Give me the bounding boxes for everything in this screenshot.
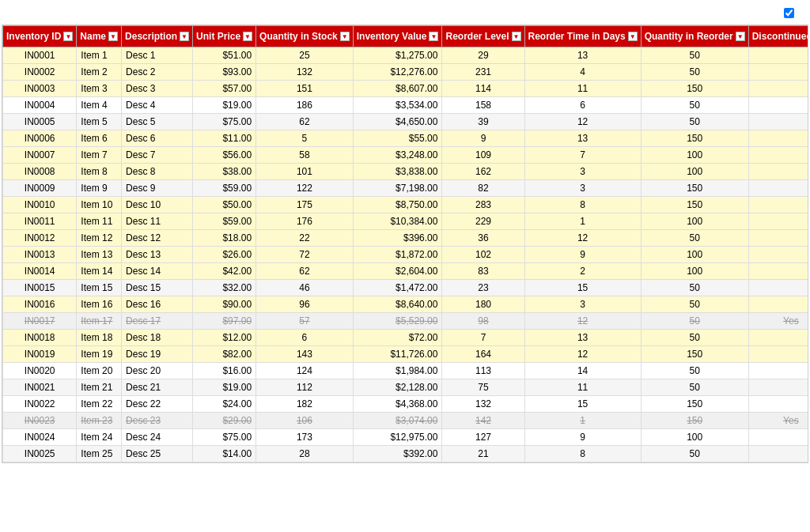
cell-unit_price: $59.00 bbox=[193, 180, 256, 197]
dropdown-arrow-unit_price[interactable]: ▼ bbox=[243, 32, 252, 41]
cell-discontinued bbox=[748, 346, 808, 363]
table-row: IN0021Item 21Desc 21$19.00112$2,128.0075… bbox=[3, 379, 809, 396]
table-row: IN0003Item 3Desc 3$57.00151$8,607.001141… bbox=[3, 81, 809, 97]
cell-qty_in_stock: 28 bbox=[256, 446, 354, 462]
cell-qty_in_reorder: 50 bbox=[641, 296, 748, 313]
cell-id: IN0014 bbox=[3, 263, 77, 280]
col-header-description: Description▼ bbox=[122, 26, 193, 47]
cell-reorder_level: 82 bbox=[442, 180, 524, 197]
cell-reorder_level: 113 bbox=[442, 363, 524, 379]
cell-description: Desc 5 bbox=[122, 114, 193, 130]
cell-description: Desc 13 bbox=[122, 247, 193, 263]
cell-description: Desc 12 bbox=[122, 230, 193, 247]
cell-inventory_value: $12,276.00 bbox=[353, 64, 442, 81]
col-header-name: Name▼ bbox=[77, 26, 122, 47]
cell-qty_in_reorder: 50 bbox=[641, 114, 748, 130]
dropdown-arrow-reorder_level[interactable]: ▼ bbox=[512, 32, 521, 41]
cell-name: Item 23 bbox=[77, 413, 122, 429]
cell-name: Item 13 bbox=[77, 247, 122, 263]
cell-name: Item 10 bbox=[77, 197, 122, 213]
table-row: IN0017Item 17Desc 17$97.0057$5,529.00981… bbox=[3, 313, 809, 330]
cell-id: IN0019 bbox=[3, 346, 77, 363]
cell-discontinued bbox=[748, 213, 808, 230]
table-row: IN0005Item 5Desc 5$75.0062$4,650.0039125… bbox=[3, 114, 809, 130]
cell-qty_in_reorder: 50 bbox=[641, 47, 748, 64]
dropdown-arrow-inventory_value[interactable]: ▼ bbox=[429, 32, 438, 41]
cell-id: IN0020 bbox=[3, 363, 77, 379]
table-row: IN0004Item 4Desc 4$19.00186$3,534.001586… bbox=[3, 97, 809, 114]
cell-name: Item 18 bbox=[77, 330, 122, 346]
cell-id: IN0005 bbox=[3, 114, 77, 130]
dropdown-arrow-description[interactable]: ▼ bbox=[180, 32, 189, 41]
cell-reorder_time_days: 8 bbox=[524, 197, 641, 213]
cell-id: IN0004 bbox=[3, 97, 77, 114]
cell-reorder_time_days: 3 bbox=[524, 164, 641, 180]
cell-inventory_value: $2,604.00 bbox=[353, 263, 442, 280]
cell-id: IN0024 bbox=[3, 429, 77, 446]
cell-inventory_value: $11,726.00 bbox=[353, 346, 442, 363]
highlight-checkbox-area[interactable] bbox=[784, 8, 798, 18]
cell-reorder_time_days: 14 bbox=[524, 363, 641, 379]
cell-reorder_level: 283 bbox=[442, 197, 524, 213]
cell-description: Desc 7 bbox=[122, 147, 193, 164]
cell-reorder_time_days: 3 bbox=[524, 296, 641, 313]
cell-id: IN0008 bbox=[3, 164, 77, 180]
cell-qty_in_reorder: 50 bbox=[641, 330, 748, 346]
cell-name: Item 8 bbox=[77, 164, 122, 180]
cell-reorder_level: 21 bbox=[442, 446, 524, 462]
cell-reorder_level: 180 bbox=[442, 296, 524, 313]
cell-reorder_level: 36 bbox=[442, 230, 524, 247]
cell-qty_in_stock: 124 bbox=[256, 363, 354, 379]
cell-inventory_value: $55.00 bbox=[353, 130, 442, 147]
cell-discontinued bbox=[748, 81, 808, 97]
dropdown-arrow-qty_in_reorder[interactable]: ▼ bbox=[736, 32, 745, 41]
highlight-checkbox[interactable] bbox=[784, 8, 794, 18]
table-body: IN0001Item 1Desc 1$51.0025$1,275.0029135… bbox=[3, 47, 809, 462]
cell-reorder_time_days: 12 bbox=[524, 230, 641, 247]
cell-description: Desc 18 bbox=[122, 330, 193, 346]
dropdown-arrow-id[interactable]: ▼ bbox=[63, 32, 73, 41]
cell-reorder_time_days: 12 bbox=[524, 313, 641, 330]
table-row: IN0009Item 9Desc 9$59.00122$7,198.008231… bbox=[3, 180, 809, 197]
cell-qty_in_reorder: 50 bbox=[641, 280, 748, 296]
cell-id: IN0017 bbox=[3, 313, 77, 330]
cell-reorder_level: 231 bbox=[442, 64, 524, 81]
cell-discontinued bbox=[748, 247, 808, 263]
cell-discontinued bbox=[748, 429, 808, 446]
cell-description: Desc 4 bbox=[122, 97, 193, 114]
cell-reorder_time_days: 13 bbox=[524, 47, 641, 64]
cell-reorder_time_days: 6 bbox=[524, 97, 641, 114]
cell-unit_price: $32.00 bbox=[193, 280, 256, 296]
cell-qty_in_reorder: 150 bbox=[641, 180, 748, 197]
cell-discontinued bbox=[748, 114, 808, 130]
cell-inventory_value: $8,640.00 bbox=[353, 296, 442, 313]
table-row: IN0018Item 18Desc 18$12.006$72.0071350 bbox=[3, 330, 809, 346]
cell-description: Desc 16 bbox=[122, 296, 193, 313]
dropdown-arrow-reorder_time_days[interactable]: ▼ bbox=[628, 32, 638, 41]
cell-qty_in_stock: 5 bbox=[256, 130, 354, 147]
cell-inventory_value: $4,650.00 bbox=[353, 114, 442, 130]
cell-reorder_level: 75 bbox=[442, 379, 524, 396]
cell-discontinued bbox=[748, 164, 808, 180]
cell-reorder_time_days: 13 bbox=[524, 330, 641, 346]
cell-reorder_level: 132 bbox=[442, 396, 524, 413]
cell-reorder_level: 162 bbox=[442, 164, 524, 180]
cell-name: Item 17 bbox=[77, 313, 122, 330]
cell-name: Item 25 bbox=[77, 446, 122, 462]
cell-qty_in_reorder: 150 bbox=[641, 413, 748, 429]
cell-inventory_value: $3,074.00 bbox=[353, 413, 442, 429]
cell-qty_in_stock: 176 bbox=[256, 213, 354, 230]
cell-qty_in_stock: 143 bbox=[256, 346, 354, 363]
cell-reorder_time_days: 3 bbox=[524, 180, 641, 197]
cell-qty_in_stock: 182 bbox=[256, 396, 354, 413]
table-row: IN0010Item 10Desc 10$50.00175$8,750.0028… bbox=[3, 197, 809, 213]
dropdown-arrow-name[interactable]: ▼ bbox=[108, 32, 118, 41]
cell-inventory_value: $1,872.00 bbox=[353, 247, 442, 263]
cell-qty_in_reorder: 100 bbox=[641, 247, 748, 263]
dropdown-arrow-qty_in_stock[interactable]: ▼ bbox=[340, 32, 350, 41]
col-header-inventory_value: Inventory Value▼ bbox=[353, 26, 442, 47]
cell-description: Desc 19 bbox=[122, 346, 193, 363]
cell-reorder_level: 7 bbox=[442, 330, 524, 346]
cell-discontinued bbox=[748, 379, 808, 396]
cell-qty_in_stock: 22 bbox=[256, 230, 354, 247]
